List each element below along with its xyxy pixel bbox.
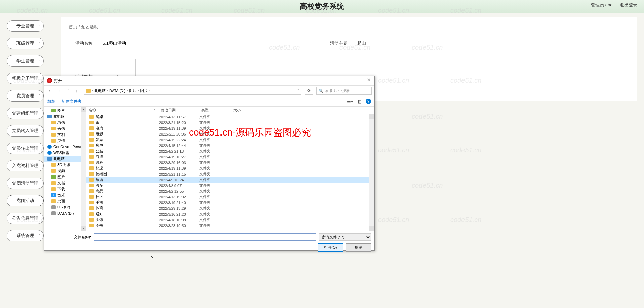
breadcrumb-home[interactable]: 首页 — [69, 24, 77, 29]
chevron-down-icon: ˅ — [38, 59, 40, 63]
file-row[interactable]: 头像2022/4/18 10:08文件夹 — [86, 217, 374, 223]
nav-forward-icon[interactable]: → — [55, 88, 63, 93]
tree-item[interactable]: 录像 — [44, 119, 86, 125]
chevron-down-icon[interactable]: ˅ — [297, 89, 299, 92]
sidebar-item[interactable]: 党建组织管理 — [7, 108, 44, 119]
folder-icon — [89, 121, 94, 124]
header: 高校党务系统 管理员 abo 退出登录 — [0, 0, 644, 13]
scroll-down-icon[interactable]: ▾ — [369, 226, 374, 231]
file-row[interactable]: 体育2022/3/29 13:29文件夹 — [86, 205, 374, 211]
tree-item[interactable]: OneDrive - Perso — [44, 144, 86, 150]
sidebar-item[interactable]: 党员管理˅ — [7, 90, 44, 102]
file-row[interactable]: 电影2022/3/22 20:06文件夹 — [86, 131, 374, 137]
file-row[interactable]: 社团2022/4/13 19:02文件夹 — [86, 194, 374, 200]
scroll-up-icon[interactable]: ▴ — [81, 107, 86, 112]
folder-icon — [89, 218, 94, 222]
nav-up-icon[interactable]: ↑ — [73, 88, 80, 93]
nav-back-icon[interactable]: ← — [47, 88, 54, 93]
address-bar[interactable]: › 此电脑 › DATA (D:) › 图片 › 图片 › ˅ — [84, 87, 301, 95]
help-icon[interactable]: ? — [366, 99, 371, 104]
preview-pane-icon[interactable]: ◧ — [356, 98, 362, 104]
list-scrollbar[interactable]: ▴ ▾ — [369, 114, 374, 231]
sidebar-item[interactable]: 班级管理˅ — [7, 38, 44, 49]
open-button[interactable]: 打开(O) — [318, 243, 343, 252]
tree-item[interactable]: 疫情 — [44, 138, 86, 144]
list-header[interactable]: 名称⌃ 修改日期 类型 大小 — [86, 107, 374, 114]
folder-icon — [51, 163, 56, 167]
tree-item[interactable]: 桌面 — [44, 198, 86, 204]
folder-icon — [89, 172, 94, 176]
tree-item[interactable]: 图片 — [44, 107, 86, 113]
sidebar-item[interactable]: 系统管理˅ — [7, 230, 44, 241]
dialog-titlebar[interactable]: 打开 ✕ — [44, 76, 374, 85]
dialog-toolbar: 组织 新建文件夹 ☰▾ ◧ ? — [44, 96, 374, 106]
file-row[interactable]: 电力2022/4/19 11:39文件夹 — [86, 125, 374, 131]
tree-item[interactable]: ♪音乐 — [44, 192, 86, 198]
file-row[interactable]: 图书2022/3/23 19:50文件夹 — [86, 223, 374, 228]
sidebar-item[interactable]: 学生管理˅ — [7, 55, 44, 67]
file-row[interactable]: 房屋2022/4/15 12:44文件夹 — [86, 143, 374, 148]
folder-icon — [89, 144, 94, 147]
view-mode-icon[interactable]: ☰▾ — [347, 98, 353, 104]
scroll-up-icon[interactable]: ▴ — [369, 114, 374, 119]
file-row[interactable]: 公益2022/4/2 21:13文件夹 — [86, 148, 374, 154]
file-row[interactable]: 茶2022/3/21 15:20文件夹 — [86, 120, 374, 125]
watermark: code51.cn — [378, 216, 409, 224]
tree-item[interactable]: 此电脑 — [44, 156, 86, 162]
file-row[interactable]: 手机2022/3/19 21:40文件夹 — [86, 200, 374, 205]
field-activity-theme: 活动主题 — [327, 38, 515, 49]
file-row[interactable]: 汽车2022/4/8 9:07文件夹 — [86, 183, 374, 188]
file-row[interactable]: 餐桌2022/4/13 11:57文件夹 — [86, 114, 374, 120]
sidebar-item[interactable]: 公告信息管理 — [7, 213, 44, 224]
folder-tree[interactable]: 图片此电脑录像头像文档疫情OneDrive - PersoWPS网盘此电脑3D … — [44, 107, 86, 231]
close-icon[interactable]: ✕ — [366, 77, 372, 83]
label-activity-theme: 活动主题 — [327, 40, 348, 46]
search-input[interactable]: 🔍 在 图片 中搜索 — [316, 87, 372, 95]
tree-item[interactable]: 下载 — [44, 186, 86, 192]
file-row[interactable]: 海洋2022/4/19 16:27文件夹 — [86, 154, 374, 160]
cancel-button[interactable]: 取消 — [346, 243, 371, 252]
sidebar-item[interactable]: 专业管理˅ — [7, 20, 44, 32]
tree-item[interactable]: 文档 — [44, 131, 86, 138]
logout-link[interactable]: 退出登录 — [620, 2, 637, 7]
tree-item[interactable]: 图片 — [44, 174, 86, 180]
tree-item[interactable]: 此电脑 — [44, 113, 86, 119]
file-row[interactable]: 轮播图2022/3/21 11:15文件夹 — [86, 171, 374, 177]
admin-label[interactable]: 管理员 abo — [591, 2, 612, 7]
tree-item[interactable]: 视频 — [44, 168, 86, 174]
sidebar-item[interactable]: 党团活动 — [7, 195, 44, 206]
filetype-select[interactable]: 所有文件 (*.*) — [319, 233, 371, 241]
file-row[interactable]: 旅游2022/4/9 16:24文件夹 — [86, 177, 374, 183]
folder-icon — [51, 121, 56, 124]
tree-item[interactable]: DATA (D:) — [44, 210, 86, 216]
folder-icon — [89, 115, 94, 119]
file-list: 名称⌃ 修改日期 类型 大小 餐桌2022/4/13 11:57文件夹茶2022… — [86, 107, 374, 231]
file-row[interactable]: 课程2022/3/29 16:03文件夹 — [86, 160, 374, 165]
organize-button[interactable]: 组织 — [47, 99, 55, 104]
sidebar-item[interactable]: 积极分子管理 — [7, 73, 44, 84]
nav-history-icon[interactable]: ˅ — [64, 88, 72, 93]
file-row[interactable]: 发票2022/4/15 22:24文件夹 — [86, 137, 374, 143]
file-row[interactable]: 通知2022/3/16 21:20文件夹 — [86, 211, 374, 217]
chevron-down-icon: ˅ — [38, 234, 40, 238]
breadcrumb-current: 党团活动 — [81, 24, 98, 29]
tree-item[interactable]: 文档 — [44, 180, 86, 186]
sidebar-item[interactable]: 党团活动管理 — [7, 178, 44, 189]
tree-item[interactable]: OS (C:) — [44, 204, 86, 210]
tree-item[interactable]: WPS网盘 — [44, 150, 86, 156]
input-activity-theme[interactable] — [354, 38, 515, 49]
scroll-down-icon[interactable]: ▾ — [81, 226, 86, 231]
sidebar-item[interactable]: 党员转入管理 — [7, 125, 44, 137]
input-activity-name[interactable] — [99, 38, 260, 49]
tree-item[interactable]: 头像 — [44, 125, 86, 131]
file-row[interactable]: 快递2022/4/19 11:39文件夹 — [86, 165, 374, 171]
refresh-icon[interactable]: ⟳ — [305, 87, 313, 95]
newfolder-button[interactable]: 新建文件夹 — [62, 99, 82, 104]
file-row[interactable]: 商品2022/4/2 12:55文件夹 — [86, 188, 374, 194]
sidebar-item[interactable]: 党员转出管理 — [7, 143, 44, 154]
tree-scrollbar[interactable]: ▴ ▾ — [81, 107, 86, 231]
tree-item[interactable]: 3D 对象 — [44, 162, 86, 168]
folder-icon — [89, 201, 94, 204]
sidebar-item[interactable]: 入党资料管理 — [7, 160, 44, 171]
filename-input[interactable] — [94, 233, 316, 241]
